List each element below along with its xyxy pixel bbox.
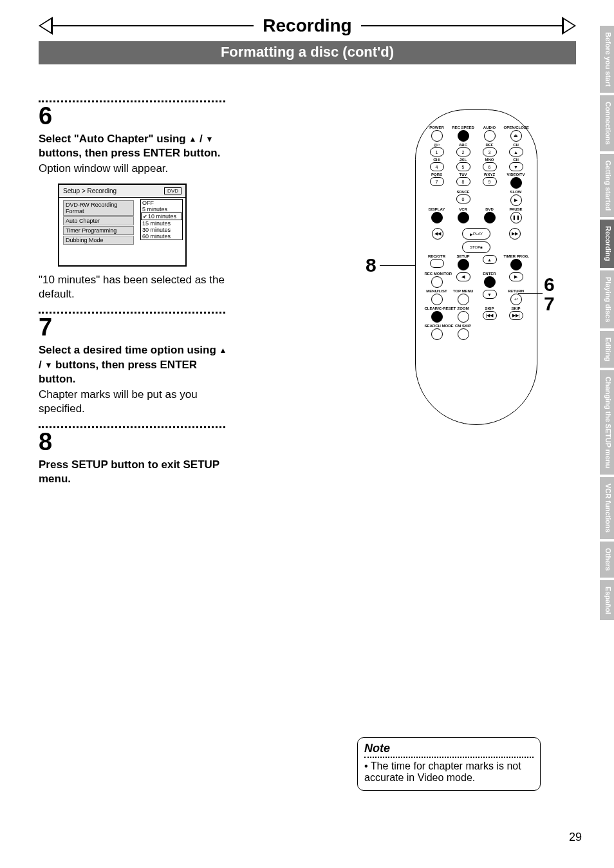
rec-speed-button [458,130,469,142]
tab-others: Others [600,542,614,577]
btn-label: DVD [478,207,502,211]
step6-after: "10 minutes" has been selected as the de… [39,273,232,301]
step7-instruction: Select a desired time option using ▲ / ▼… [39,343,232,386]
tab-before-you-start: Before you start [600,26,614,93]
step-divider [39,426,225,428]
num-9-button: 9 [483,177,497,186]
tab-espanol: Español [600,580,614,621]
video-tv-button [510,177,522,189]
btn-label: TOP MENU [451,289,476,293]
num-8-button: 8 [456,177,470,186]
num-3-button: 3 [483,147,497,156]
option-window: Setup > Recording DVD DVD-RW Recording F… [58,184,187,267]
callout-8: 8 [366,254,377,276]
num-2-button: 2 [456,147,470,156]
title-pointer-right [562,17,576,35]
btn-label: VCR [451,207,476,211]
title-rule [361,25,562,26]
left-button: ◀ [456,272,470,281]
step6-body: Option window will appear. [39,162,232,176]
top-menu-button [458,294,469,305]
btn-label: CH [504,143,528,147]
btn-label: CH [504,158,528,162]
btn-label: DEF [478,143,502,147]
tab-connections: Connections [600,95,614,151]
tab-editing: Editing [600,331,614,368]
btn-label: JKL [451,158,476,162]
ch-down-button: ▼ [509,162,523,171]
stop-label: STOP [470,245,480,249]
tab-playing-discs: Playing discs [600,270,614,328]
note-divider [364,757,534,758]
btn-label: POWER [425,126,449,129]
step7-bold-part2: buttons, then press ENTER button. [39,359,197,385]
search-mode-button [431,328,443,340]
page-title: Recording [254,15,360,36]
btn-label: WXYZ [478,173,502,176]
btn-label: @/: [425,143,449,147]
dvd-button [484,212,496,223]
side-tabs: Before you start Connections Getting sta… [600,26,614,850]
option-window-breadcrumb: Setup > Recording [63,187,116,194]
menu-item: Timer Programming [63,226,134,235]
btn-label: ZOOM [451,307,476,310]
step-number-8: 8 [39,429,232,454]
btn-label: GHI [425,158,449,162]
stop-button: STOP ■ [462,241,490,253]
rec-otr-button [430,259,444,268]
num-5-button: 5 [456,162,470,171]
step6-bold-part1: Select "Auto Chapter" using [39,133,186,145]
down-arrow-icon: ▼ [44,361,52,371]
remote-control: POWER REC SPEED AUDIO OPEN/CLOSE⏏ @/:1 A… [415,109,537,425]
btn-label: CLEAR/C-RESET [425,307,449,310]
enter-button [484,276,496,288]
right-button: ▶ [509,272,523,281]
btn-label: REC MONITOR [425,272,449,276]
step7-body: Chapter marks will be put as you specifi… [39,388,232,416]
time-option: 15 minutes [141,220,182,227]
step-divider [39,100,225,102]
btn-label: REC SPEED [451,126,476,129]
menu-item: Dubbing Mode [63,236,134,245]
btn-label: TIMER PROG. [504,254,528,258]
menu-list-button [431,294,443,305]
ch-up-button: ▲ [509,147,523,156]
btn-label: MENU/LIST [425,289,449,293]
callout-line [380,265,415,266]
audio-button [484,130,496,142]
btn-label: ABC [451,143,476,147]
btn-label: SKIP [478,307,502,310]
down-arrow-icon: ▼ [205,135,213,145]
up-arrow-icon: ▲ [219,346,227,356]
btn-label: PQRS [425,173,449,176]
cm-skip-button [458,328,469,340]
btn-label: SPACE [451,190,476,194]
note-text: • The time for chapter marks is not accu… [364,760,534,784]
num-7-button: 7 [430,177,444,186]
btn-label: AUDIO [478,126,502,129]
btn-label: PAUSE [504,207,528,211]
display-button [431,212,443,223]
open-close-button: ⏏ [510,130,522,142]
menu-item: Auto Chapter [63,216,134,225]
clear-button [431,311,443,323]
step-divider [39,312,225,314]
page-title-row: Recording [39,13,576,39]
time-option: OFF [141,200,182,206]
step6-bold-part2: buttons, then press ENTER button. [39,147,220,159]
step6-instruction: Select "Auto Chapter" using ▲ / ▼ button… [39,132,232,160]
title-pointer-left [39,17,53,35]
page-number: 29 [569,831,582,844]
note-heading: Note [364,742,534,755]
play-button: ▶ PLAY [462,228,490,240]
time-option: 5 minutes [141,206,182,212]
ffwd-button: ▶▶ [509,228,521,240]
num-4-button: 4 [430,162,444,171]
down-button: ▼ [483,290,497,299]
tab-recording: Recording [600,220,614,267]
btn-label: TUV [451,173,476,176]
slow-button: ▶ [510,194,522,206]
callout-6: 6 [544,274,555,296]
setup-button [458,259,469,270]
menu-item: DVD-RW Recording Format [63,200,134,216]
